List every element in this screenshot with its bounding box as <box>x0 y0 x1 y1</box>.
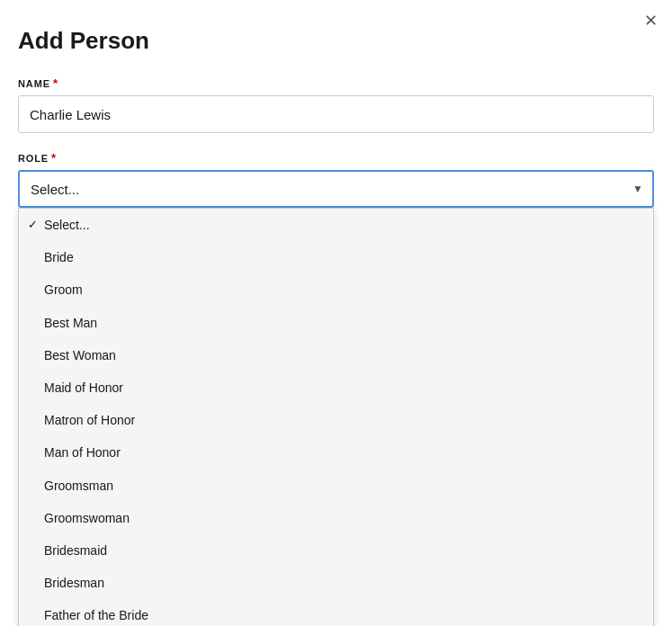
close-button[interactable]: ✕ <box>644 13 658 29</box>
dropdown-item[interactable]: Maid of Honor <box>19 371 653 404</box>
modal-overlay: ✕ Add Person NAME * ROLE * Select... ▼ <box>0 0 672 626</box>
dropdown-item[interactable]: Groomsman <box>19 470 653 502</box>
name-required-star: * <box>53 76 58 90</box>
dropdown-item[interactable]: Best Woman <box>19 339 653 371</box>
role-dropdown-list: Select...BrideGroomBest ManBest WomanMai… <box>18 208 654 626</box>
dropdown-item[interactable]: Matron of Honor <box>19 404 653 436</box>
modal-container: ✕ Add Person NAME * ROLE * Select... ▼ <box>0 0 672 626</box>
name-field-group: NAME * <box>18 76 654 151</box>
dropdown-item[interactable]: Select... <box>19 209 653 241</box>
dropdown-item[interactable]: Bridesman <box>19 567 653 599</box>
dropdown-item[interactable]: Bridesmaid <box>19 534 653 567</box>
name-label: NAME * <box>18 76 654 90</box>
chevron-down-icon: ▼ <box>632 183 643 195</box>
dropdown-item[interactable]: Best Man <box>19 307 653 339</box>
dropdown-item[interactable]: Groomswoman <box>19 502 653 534</box>
role-required-star: * <box>51 151 57 165</box>
role-dropdown-container: Select... ▼ Select...BrideGroomBest ManB… <box>18 170 654 208</box>
dropdown-item[interactable]: Man of Honor <box>19 436 653 469</box>
role-field-group: ROLE * Select... ▼ Select...BrideGroomBe… <box>18 151 654 208</box>
role-label: ROLE * <box>18 151 654 165</box>
dropdown-item[interactable]: Groom <box>19 273 653 306</box>
dropdown-item[interactable]: Bride <box>19 241 653 273</box>
role-dropdown-value: Select... <box>31 182 79 197</box>
role-dropdown-trigger[interactable]: Select... ▼ <box>18 170 654 208</box>
modal-title: Add Person <box>18 27 654 55</box>
dropdown-item[interactable]: Father of the Bride <box>19 599 653 626</box>
name-input[interactable] <box>18 95 654 133</box>
